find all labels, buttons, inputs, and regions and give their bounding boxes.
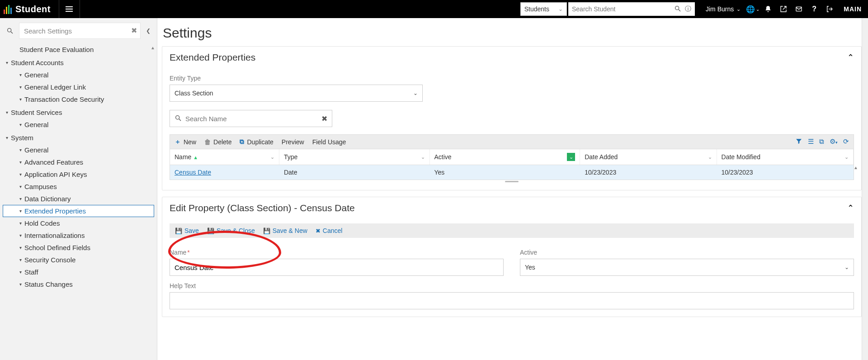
sidebar-item-general[interactable]: General xyxy=(3,118,154,131)
sidebar-item-advanced-features[interactable]: Advanced Features xyxy=(3,156,154,168)
grid-toolbar: ＋New 🗑Delete ⧉Duplicate Preview Field Us… xyxy=(170,134,854,149)
sidebar-item-general[interactable]: General xyxy=(3,144,154,156)
hamburger-icon xyxy=(66,9,73,9)
collapse-panel-icon[interactable]: ⌃ xyxy=(847,203,854,213)
bell-icon[interactable] xyxy=(760,0,776,18)
refresh-icon[interactable]: ⟳ xyxy=(843,137,849,146)
chevron-down-icon: ⌄ xyxy=(413,90,418,96)
sidebar-item-data-dictionary[interactable]: Data Dictionary xyxy=(3,193,154,205)
chevron-down-icon[interactable]: ⌄ xyxy=(844,154,849,160)
name-input[interactable] xyxy=(170,259,504,276)
search-icon xyxy=(175,114,182,123)
gear-icon[interactable]: ⚙▾ xyxy=(830,137,838,146)
chevron-down-icon[interactable]: ⌄ xyxy=(708,154,712,160)
sidebar-item-extended-properties[interactable]: Extended Properties xyxy=(3,205,154,217)
active-label: Active xyxy=(520,249,854,256)
svg-point-3 xyxy=(8,28,11,32)
app-logo: Student xyxy=(0,0,59,18)
search-icon xyxy=(4,24,16,38)
col-active[interactable]: Active⌄ xyxy=(430,149,580,165)
new-button[interactable]: ＋New xyxy=(175,138,196,146)
logo-bars-icon xyxy=(4,4,12,14)
name-search-input[interactable] xyxy=(185,115,321,123)
preview-button[interactable]: Preview xyxy=(282,138,304,146)
copy-icon: ⧉ xyxy=(240,138,244,146)
panel-splitter[interactable] xyxy=(170,180,854,183)
info-icon[interactable]: ⓘ xyxy=(685,5,691,13)
globe-icon[interactable]: 🌐⌄ xyxy=(745,0,760,18)
settings-search-input[interactable] xyxy=(19,23,141,39)
save-button[interactable]: 💾Save xyxy=(175,227,199,234)
col-type[interactable]: Type⌄ xyxy=(279,149,430,165)
menu-toggle-button[interactable] xyxy=(59,0,80,18)
table-row[interactable]: ▲ Census Date Date Yes 10/23/2023 10/23/… xyxy=(170,165,854,180)
sidebar-group-system[interactable]: System xyxy=(3,132,154,144)
sidebar-item-general-ledger-link[interactable]: General Ledger Link xyxy=(3,81,154,93)
sidebar-item-staff[interactable]: Staff xyxy=(3,266,154,278)
sidebar-item-internationalizations[interactable]: Internationalizations xyxy=(3,229,154,242)
sidebar-item-hold-codes[interactable]: Hold Codes xyxy=(3,217,154,229)
user-menu[interactable]: Jim Burns ⌄ xyxy=(701,5,745,13)
mail-icon[interactable] xyxy=(791,0,807,18)
sort-asc-icon: ▲ xyxy=(193,155,198,160)
trash-icon: 🗑 xyxy=(204,138,211,146)
help-icon[interactable]: ? xyxy=(807,0,822,18)
cancel-button[interactable]: ✖Cancel xyxy=(316,227,343,234)
entity-type-label: Entity Type xyxy=(170,75,854,82)
clear-icon[interactable]: ✖ xyxy=(321,114,327,123)
external-link-icon[interactable] xyxy=(776,0,791,18)
filter-icon[interactable] xyxy=(795,137,802,146)
sidebar-group-student-services[interactable]: Student Services xyxy=(3,106,154,118)
sidebar-item-security-console[interactable]: Security Console xyxy=(3,254,154,266)
col-name[interactable]: Name▲⌄ xyxy=(170,149,279,165)
properties-grid: Name▲⌄ Type⌄ Active⌄ Date Added⌄ Date Mo… xyxy=(170,149,854,180)
name-search[interactable]: ✖ xyxy=(170,110,332,127)
help-text-input[interactable] xyxy=(170,292,854,309)
svg-line-6 xyxy=(179,119,181,121)
search-icon[interactable] xyxy=(674,5,681,14)
duplicate-button[interactable]: ⧉Duplicate xyxy=(240,138,273,146)
save-close-button[interactable]: 💾Save & Close xyxy=(207,227,255,234)
row-name-link[interactable]: Census Date xyxy=(175,169,211,176)
help-text-label: Help Text xyxy=(170,282,854,289)
save-new-icon: 💾 xyxy=(263,227,270,234)
settings-sidebar: ✖ ❮ ▲ Student Pace Evaluation Student Ac… xyxy=(0,18,157,360)
entity-type-value: Class Section xyxy=(175,90,213,97)
extended-properties-panel: Extended Properties ⌃ Entity Type Class … xyxy=(162,46,862,190)
sidebar-group-student-accounts[interactable]: Student Accounts xyxy=(3,57,154,69)
collapse-sidebar-button[interactable]: ❮ xyxy=(143,28,153,34)
sidebar-item-status-changes[interactable]: Status Changes xyxy=(3,278,154,290)
collapse-panel-icon[interactable]: ⌃ xyxy=(847,52,854,62)
filter-active-icon[interactable]: ⌄ xyxy=(567,153,575,161)
chevron-down-icon: ⌄ xyxy=(736,6,741,12)
sidebar-item-transaction-code-security[interactable]: Transaction Code Security xyxy=(3,93,154,105)
entity-type-select[interactable]: Class Section ⌄ xyxy=(170,85,423,102)
sidebar-item-student-pace-evaluation[interactable]: Student Pace Evaluation xyxy=(3,43,154,56)
field-usage-button[interactable]: Field Usage xyxy=(312,138,346,146)
save-new-button[interactable]: 💾Save & New xyxy=(263,227,307,234)
sidebar-item-application-api-keys[interactable]: Application API Keys xyxy=(3,168,154,180)
popout-icon[interactable]: ⧉ xyxy=(819,137,824,146)
sidebar-item-campuses[interactable]: Campuses xyxy=(3,180,154,193)
clear-icon[interactable]: ✖ xyxy=(131,26,137,35)
user-name: Jim Burns xyxy=(706,5,734,13)
plus-icon: ＋ xyxy=(175,138,181,146)
sidebar-item-school-defined-fields[interactable]: School Defined Fields xyxy=(3,242,154,254)
row-active: Yes xyxy=(430,165,580,180)
sidebar-item-general[interactable]: General xyxy=(3,69,154,81)
global-search[interactable]: ⓘ xyxy=(568,2,695,16)
chevron-down-icon[interactable]: ⌄ xyxy=(421,154,425,160)
environment-label: MAIN xyxy=(837,5,868,13)
list-icon[interactable]: ☰ xyxy=(808,137,814,146)
scope-select[interactable]: Students ⌄ xyxy=(520,2,567,16)
active-select[interactable]: Yes ⌄ xyxy=(520,259,854,276)
col-date-modified[interactable]: Date Modified⌄ xyxy=(717,149,854,165)
active-value: Yes xyxy=(525,264,535,271)
chevron-down-icon[interactable]: ⌄ xyxy=(270,154,274,160)
col-date-added[interactable]: Date Added⌄ xyxy=(580,149,717,165)
delete-button[interactable]: 🗑Delete xyxy=(204,138,231,146)
logout-icon[interactable] xyxy=(822,0,837,18)
global-search-input[interactable] xyxy=(572,5,672,13)
top-bar: Student Students ⌄ ⓘ Jim Burns ⌄ 🌐⌄ ? MA… xyxy=(0,0,868,18)
vertical-scrollbar[interactable] xyxy=(862,18,868,360)
